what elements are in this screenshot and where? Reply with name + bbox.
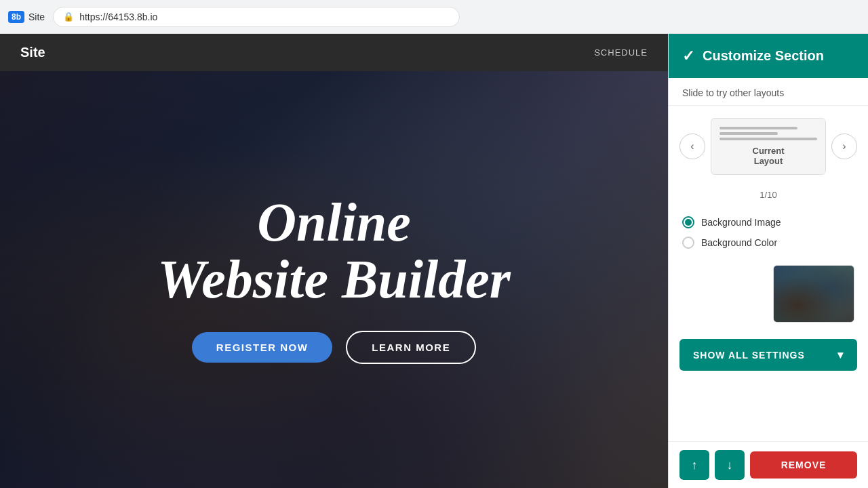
- layout-current-label: Current: [753, 146, 785, 156]
- remove-button[interactable]: REMOVE: [750, 451, 857, 479]
- next-layout-button[interactable]: ›: [831, 134, 857, 159]
- bg-image-label: Background Image: [701, 217, 781, 228]
- hero-content: Online Website Builder REGISTER NOW LEAR…: [0, 71, 668, 488]
- learn-more-button[interactable]: LEARN MORE: [346, 331, 476, 364]
- tab-title: Site: [28, 12, 45, 22]
- logo-badge: 8b: [8, 11, 24, 23]
- customize-panel: ✓ Customize Section Slide to try other l…: [668, 34, 868, 488]
- bg-color-label: Background Color: [701, 237, 777, 248]
- move-down-button[interactable]: ↓: [715, 450, 745, 480]
- url-text: https://64153.8b.io: [79, 12, 157, 22]
- layout-pagination: 1/10: [669, 187, 868, 209]
- layout-preview-card: Current Layout: [711, 118, 826, 175]
- prev-layout-button[interactable]: ‹: [679, 134, 705, 159]
- bg-color-radio[interactable]: [682, 237, 694, 249]
- layout-current-sub: Layout: [754, 156, 783, 166]
- main-layout: Site SCHEDULE Online Website Builder REG…: [0, 34, 868, 488]
- layout-line-2: [719, 132, 778, 135]
- layout-preview-lines: [719, 127, 817, 140]
- hero-section: Online Website Builder REGISTER NOW LEAR…: [0, 71, 668, 488]
- panel-header: ✓ Customize Section: [669, 34, 868, 78]
- check-icon: ✓: [682, 47, 694, 65]
- site-nav-links: SCHEDULE: [594, 47, 648, 58]
- register-button[interactable]: REGISTER NOW: [192, 332, 333, 363]
- show-all-settings-button[interactable]: SHOW ALL SETTINGS ▾: [679, 339, 857, 371]
- panel-bottom-actions: ↑ ↓ REMOVE: [669, 441, 868, 488]
- bg-thumbnail-area: [669, 261, 868, 333]
- layout-slider: ‹ Current Layout ›: [669, 106, 868, 187]
- bg-color-option[interactable]: Background Color: [682, 232, 854, 253]
- bg-image-option[interactable]: Background Image: [682, 212, 854, 232]
- website-preview: Site SCHEDULE Online Website Builder REG…: [0, 34, 668, 488]
- move-up-button[interactable]: ↑: [679, 450, 709, 480]
- browser-bar: 8b Site 🔒 https://64153.8b.io: [0, 0, 868, 34]
- layout-line-1: [719, 127, 797, 129]
- lock-icon: 🔒: [63, 12, 74, 22]
- site-nav-title: Site: [20, 45, 45, 60]
- chevron-down-icon: ▾: [837, 348, 844, 361]
- nav-link-schedule[interactable]: SCHEDULE: [594, 47, 648, 58]
- layout-line-3: [719, 138, 817, 140]
- bg-thumbnail[interactable]: [773, 265, 854, 323]
- address-bar[interactable]: 🔒 https://64153.8b.io: [53, 7, 460, 27]
- panel-spacer: [669, 376, 868, 441]
- browser-logo: 8b Site: [8, 11, 45, 23]
- show-all-label: SHOW ALL SETTINGS: [693, 350, 805, 361]
- panel-title: Customize Section: [703, 48, 824, 64]
- hero-title-line1: Online: [257, 195, 411, 249]
- hero-title-line2: Website Builder: [157, 252, 511, 306]
- hero-buttons: REGISTER NOW LEARN MORE: [192, 331, 476, 364]
- background-options: Background Image Background Color: [669, 209, 868, 261]
- bg-thumbnail-overlay: [774, 266, 854, 322]
- site-nav: Site SCHEDULE: [0, 34, 668, 71]
- bg-image-radio[interactable]: [682, 216, 694, 228]
- panel-subtitle: Slide to try other layouts: [669, 78, 868, 106]
